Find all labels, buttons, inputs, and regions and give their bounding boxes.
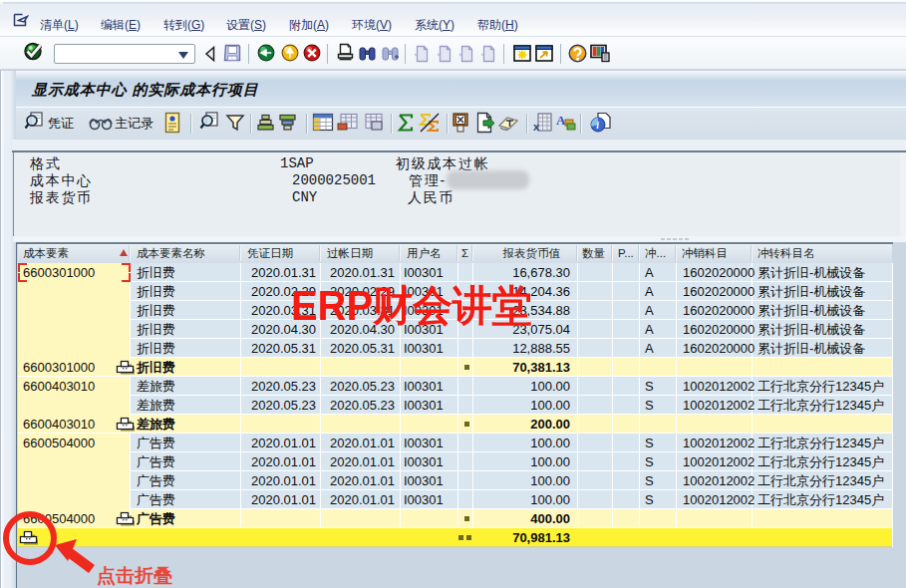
svg-text:x: x: [533, 121, 540, 133]
svg-text:i: i: [596, 120, 599, 131]
